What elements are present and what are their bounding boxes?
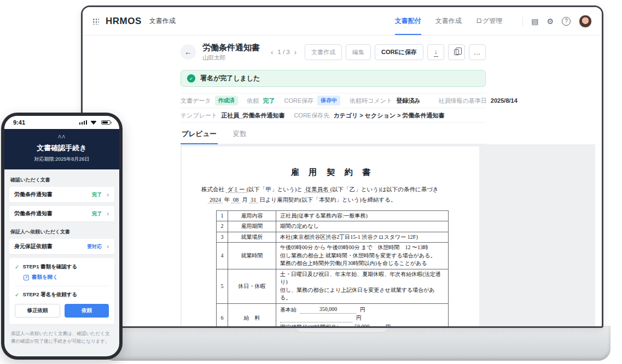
core-save-status-badge: 保存中 — [317, 96, 340, 105]
divider — [15, 286, 109, 286]
contract-row-1: 1 雇用内容 正社員(従事する業務内容:一般事務) — [217, 210, 449, 221]
phone-screen: 9:41 ΛΛ 文書確認手続き 対応期限:2025年8月26日 確認いただく文書… — [4, 116, 119, 356]
wifi-icon — [90, 121, 97, 125]
request-label: 依頼 — [247, 97, 259, 105]
tab-preview[interactable]: プレビュー — [181, 130, 218, 144]
core-destination-label: CORE保存先 — [294, 111, 329, 120]
contract-row-3: 3 就業場所 本社(東京都渋谷区渋谷2丁目15-1 渋谷クロスタワー 12F) — [217, 232, 449, 243]
tab-variables[interactable]: 変数 — [232, 130, 248, 144]
phone-page-title: 文書確認手続き — [11, 143, 113, 153]
back-button[interactable]: ← — [181, 44, 196, 60]
open-document-link[interactable]: ↗ 書類を開く — [24, 274, 109, 281]
meta-row-2: テンプレート正社員_労働条件通知書 CORE保存先カテゴリ > セクション > … — [181, 108, 486, 122]
comment-label: 依頼時コメント — [350, 97, 392, 105]
status-badge: 完了 — [92, 210, 102, 218]
create-document-button[interactable]: 文書作成 — [305, 44, 342, 60]
steps-card: ✓ STEP1 書類を確認する ↗ 書類を開く ✓ STEP2 署名を依頼する … — [9, 258, 114, 324]
step-2-label: STEP2 署名を依頼する — [22, 291, 77, 298]
template-value: 正社員_労働条件通知書 — [221, 111, 284, 120]
page-title: 労働条件通知書 — [202, 43, 260, 53]
contract-row-6: 6 給 料 基本給350,000円 円 固定残業代(30時間相当)50,000円 — [217, 303, 449, 326]
preview-tabs: プレビュー 変数 — [181, 130, 486, 144]
edit-button[interactable]: 編集 — [346, 44, 371, 60]
base-date-label: 社員情報の基準日 — [439, 97, 487, 105]
document-meta: 文書データ作成済 依頼完了 CORE保存保存中 依頼時コメント登録済み 社員情報… — [181, 93, 486, 123]
contract-table: 1 雇用内容 正社員(従事する業務内容:一般事務) 2 雇用期間 期間の定めなし… — [216, 210, 449, 326]
comment-value: 登録済み — [396, 97, 420, 105]
external-link-icon: ↗ — [24, 275, 29, 280]
pagination: ‹ 1 / 3 › — [271, 48, 297, 56]
deadline-text: 対応期限:2025年8月26日 — [11, 156, 113, 163]
employee-name: 山田太郎 — [202, 54, 260, 62]
contract-intro-line2: 2024 年 08 月 31 日より雇用契約(以下「本契約」という)を締結する。 — [201, 195, 464, 205]
contract-row-5: 5 休日・休暇 土・日曜日及び祝日、年末年始、夏期休暇、年次有給休暇(法定通り)… — [217, 269, 449, 303]
avatar[interactable] — [579, 15, 592, 28]
status-badge: 完了 — [92, 191, 102, 198]
download-icon: ↓ — [434, 49, 438, 55]
check-icon: ✓ — [15, 292, 19, 298]
copy-button[interactable] — [448, 44, 465, 60]
core-destination-value: カテゴリ > セクション > 労働条件通知書 — [333, 111, 444, 120]
doc-row-notice-1[interactable]: 労働条件通知書 完了 ∨ — [9, 187, 114, 202]
next-page-button[interactable]: › — [294, 48, 297, 56]
banner-message: 署名が完了しました — [200, 74, 260, 83]
doc-data-label: 文書データ — [181, 97, 211, 105]
revise-request-button[interactable]: 修正依頼 — [15, 304, 60, 318]
cellular-signal-icon — [79, 120, 88, 125]
success-banner: ✓ 署名が完了しました — [181, 70, 486, 87]
topbar: HRMOS 文書作成 文書配付 文書作成 ログ管理 ▤ ⚙ ? — [83, 7, 602, 36]
doc-name: 労働条件通知書 — [14, 191, 92, 198]
day-blank: 31 — [249, 197, 258, 203]
gear-icon[interactable]: ⚙ — [547, 17, 554, 26]
core-save-label: CORE保存 — [284, 97, 314, 105]
topbar-icons: ▤ ⚙ ? — [522, 7, 592, 35]
save-to-core-button[interactable]: COREに保存 — [375, 44, 423, 60]
battery-icon — [101, 120, 111, 125]
document-header: ← 労働条件通知書 山田太郎 ‹ 1 / 3 › 文書作成 編集 COREに保存… — [181, 38, 486, 66]
guarantor-doc-row[interactable]: 身元保証依頼書 要対応 ∧ — [9, 239, 114, 254]
status-badge: 要対応 — [87, 243, 102, 250]
status-icons — [79, 120, 111, 125]
company-name-blank: ダミー — [226, 186, 247, 193]
template-label: テンプレート — [181, 111, 217, 120]
apps-grid-icon[interactable] — [92, 18, 99, 25]
step-1: ✓ STEP1 書類を確認する — [15, 263, 109, 271]
step-buttons: 修正依頼 依頼 — [15, 304, 109, 318]
nav-log-management[interactable]: ログ管理 — [476, 7, 503, 35]
open-document-label: 書類を開く — [32, 274, 58, 281]
contract-intro-line1: 株式会社 ダミー(以下「甲」という)と 従業員名(以下「乙」という)は以下の条件… — [201, 184, 464, 195]
doc-name: 労働条件通知書 — [14, 210, 92, 218]
more-button[interactable]: … — [469, 44, 486, 60]
doc-row-notice-2[interactable]: 労働条件通知書 完了 ∨ — [9, 206, 114, 221]
request-button[interactable]: 依頼 — [65, 304, 109, 318]
hrmos-logo: HRMOS — [106, 16, 142, 27]
salary-blank-line — [280, 322, 352, 322]
desktop-screen: HRMOS 文書作成 文書配付 文書作成 ログ管理 ▤ ⚙ ? ← 労働条件通知… — [81, 5, 603, 328]
month-blank: 08 — [231, 197, 241, 203]
help-icon[interactable]: ? — [562, 17, 571, 26]
nav-document-distribute[interactable]: 文書配付 — [395, 7, 421, 35]
app-name: 文書作成 — [149, 16, 176, 26]
brand-mark-icon: ΛΛ — [11, 134, 113, 139]
preview-panel[interactable]: 雇 用 契 約 書 株式会社 ダミー(以下「甲」という)と 従業員名(以下「乙」… — [181, 144, 595, 326]
topbar-brand: HRMOS 文書作成 — [92, 7, 176, 35]
doc-name: 身元保証依頼書 — [14, 243, 87, 250]
header-actions: 文書作成 編集 COREに保存 ↓ … — [305, 44, 486, 60]
release-notes-icon[interactable]: ▤ — [531, 17, 538, 26]
download-button[interactable]: ↓ — [427, 44, 444, 60]
phone-status-bar: 9:41 — [4, 116, 119, 129]
document-titles: 労働条件通知書 山田太郎 — [202, 43, 260, 62]
base-date-value: 2025/8/14 — [491, 97, 518, 104]
laptop-base — [102, 326, 611, 361]
check-circle-icon: ✓ — [187, 74, 195, 83]
nav-document-create[interactable]: 文書作成 — [435, 7, 462, 35]
step-2: ✓ STEP2 署名を依頼する — [15, 291, 109, 298]
year-blank: 2024 — [208, 197, 223, 203]
prev-page-button[interactable]: ‹ — [271, 48, 273, 56]
step-1-label: STEP1 書類を確認する — [22, 263, 77, 271]
page-indicator: 1 / 3 — [277, 49, 289, 55]
phone-body: 確認いただく文書 労働条件通知書 完了 ∨ 労働条件通知書 完了 ∨ 保証人へ依… — [4, 169, 119, 356]
chevron-down-icon: ∨ — [106, 192, 109, 197]
copy-icon — [454, 49, 459, 55]
request-status: 完了 — [263, 97, 275, 105]
